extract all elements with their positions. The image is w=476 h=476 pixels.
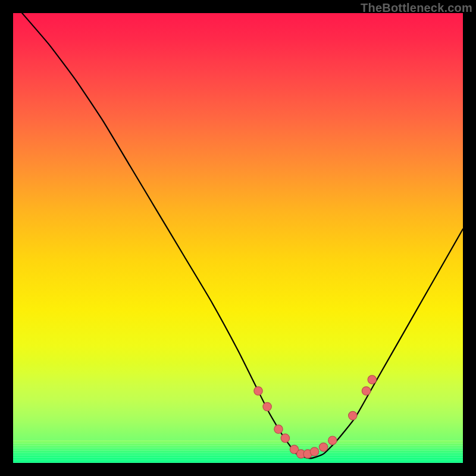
marker-dot [310,447,318,456]
chart-overlay [13,13,463,463]
marker-dot [349,411,357,419]
stage: TheBottleneck.com [0,0,476,476]
marker-dot [319,443,327,451]
marker-dot [263,402,271,411]
plot-area [13,13,463,463]
marker-dot [254,387,262,395]
marker-dot [281,434,289,442]
marker-dot [368,375,376,384]
bottleneck-curve [22,13,463,458]
marker-dot [328,436,337,444]
marker-group [254,375,377,458]
marker-dot [274,425,283,433]
marker-dot [362,387,370,395]
